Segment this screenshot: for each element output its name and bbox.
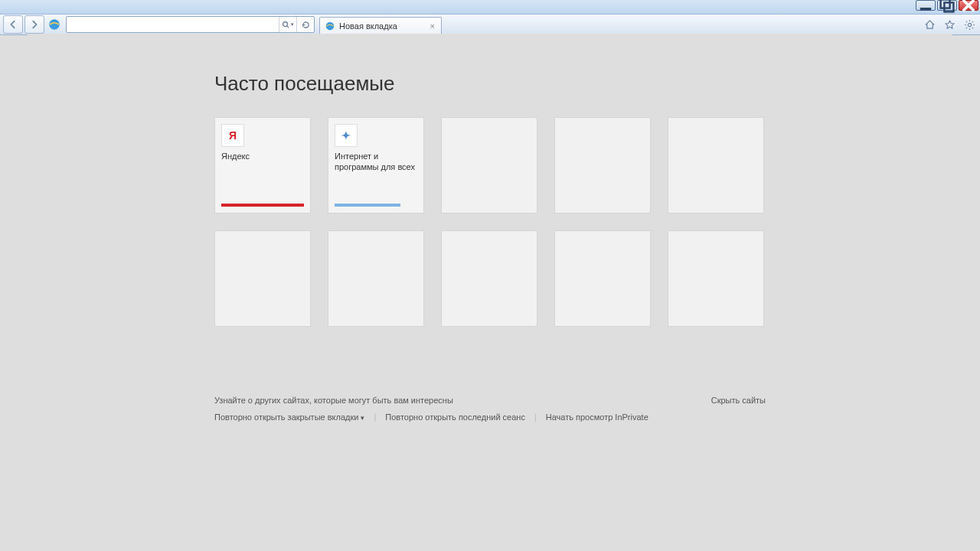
hide-sites-link[interactable]: Скрыть сайты bbox=[711, 396, 766, 405]
refresh-icon[interactable] bbox=[296, 17, 314, 32]
svg-point-9 bbox=[968, 23, 971, 26]
window-titlebar bbox=[0, 0, 980, 15]
inprivate-link[interactable]: Начать просмотр InPrivate bbox=[546, 412, 648, 422]
reopen-closed-tabs-link[interactable]: Повторно открыть закрытые вкладки▾ bbox=[214, 412, 364, 422]
page-heading: Часто посещаемые bbox=[214, 72, 766, 96]
separator: | bbox=[534, 412, 537, 422]
frequent-tile[interactable]: ✦Интернет и программы для всех bbox=[328, 117, 424, 214]
frequent-tile-empty[interactable] bbox=[668, 230, 764, 327]
tab-new[interactable]: Новая вкладка × bbox=[319, 17, 442, 34]
separator: | bbox=[374, 412, 376, 422]
tile-title: Яндекс bbox=[221, 152, 304, 162]
ie-logo-icon bbox=[47, 18, 61, 31]
frequent-tile-empty[interactable] bbox=[214, 230, 311, 327]
back-button[interactable] bbox=[3, 15, 23, 34]
tab-strip: Новая вкладка × bbox=[319, 15, 442, 34]
favorites-icon[interactable] bbox=[942, 17, 957, 32]
tab-close-icon[interactable]: × bbox=[429, 21, 436, 31]
frequent-tile-empty[interactable] bbox=[328, 230, 424, 327]
browser-window: ▾ Новая вкладка × bbox=[0, 0, 980, 551]
search-dropdown-icon[interactable]: ▾ bbox=[279, 17, 296, 32]
frequent-tile[interactable]: ЯЯндекс bbox=[214, 117, 311, 214]
close-button[interactable] bbox=[959, 0, 978, 11]
tab-title: Новая вкладка bbox=[339, 21, 397, 31]
footer-links: Узнайте о других сайтах, которые могут б… bbox=[214, 396, 766, 422]
frequent-tile-empty[interactable] bbox=[554, 117, 651, 214]
tools-gear-icon[interactable] bbox=[962, 17, 977, 32]
ie-favicon-icon bbox=[325, 21, 335, 31]
toolbar: ▾ Новая вкладка × bbox=[0, 15, 980, 35]
svg-line-7 bbox=[287, 25, 289, 27]
chevron-down-icon: ▾ bbox=[361, 414, 364, 422]
tile-favicon: Я bbox=[221, 124, 244, 147]
tile-accent-bar bbox=[335, 204, 400, 207]
discover-sites-link[interactable]: Узнайте о других сайтах, которые могут б… bbox=[214, 396, 453, 405]
tile-title: Интернет и программы для всех bbox=[335, 152, 417, 173]
svg-point-6 bbox=[283, 21, 288, 26]
address-input[interactable] bbox=[67, 19, 279, 30]
content-area: Часто посещаемые ЯЯндекс✦Интернет и прог… bbox=[28, 34, 952, 548]
address-bar[interactable]: ▾ bbox=[66, 16, 315, 33]
frequent-tile-empty[interactable] bbox=[668, 117, 764, 214]
home-icon[interactable] bbox=[922, 17, 937, 32]
tile-accent-bar bbox=[221, 204, 304, 207]
frequent-tile-empty[interactable] bbox=[554, 230, 651, 327]
tile-favicon: ✦ bbox=[335, 124, 358, 147]
reopen-last-session-link[interactable]: Повторно открыть последний сеанс bbox=[385, 412, 525, 422]
forward-button[interactable] bbox=[24, 15, 44, 34]
minimize-button[interactable] bbox=[916, 0, 936, 11]
frequent-tile-empty[interactable] bbox=[441, 230, 537, 327]
frequent-tiles-grid: ЯЯндекс✦Интернет и программы для всех bbox=[214, 117, 766, 327]
frequent-tile-empty[interactable] bbox=[441, 117, 537, 214]
window-controls bbox=[916, 0, 978, 11]
maximize-button[interactable] bbox=[937, 0, 957, 11]
new-tab-page: Часто посещаемые ЯЯндекс✦Интернет и прог… bbox=[214, 34, 766, 422]
